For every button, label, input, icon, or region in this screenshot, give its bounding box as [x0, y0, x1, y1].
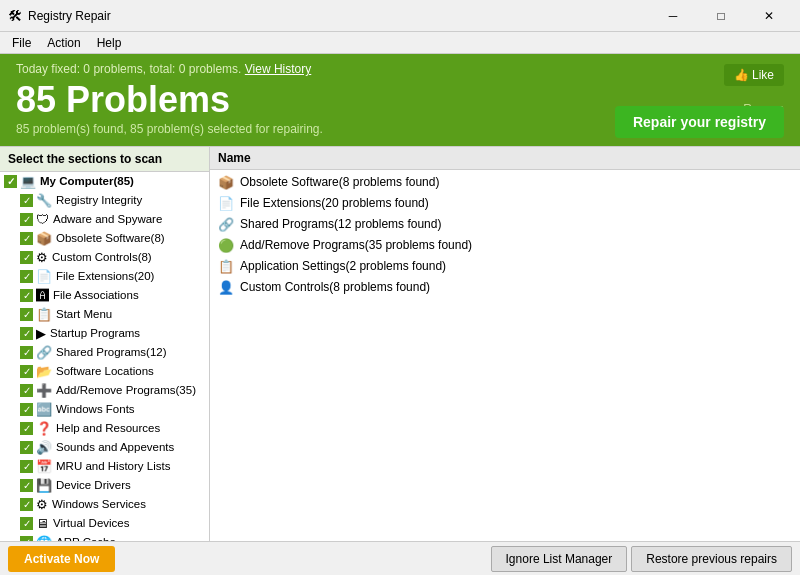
menu-bar: File Action Help [0, 32, 800, 54]
tree-item[interactable]: ✓📦Obsolete Software(8) [0, 229, 209, 248]
window-controls: ─ □ ✕ [650, 0, 792, 32]
tree-item[interactable]: ✓📄File Extensions(20) [0, 267, 209, 286]
tree-item[interactable]: ✓🖥Virtual Devices [0, 514, 209, 533]
tree-item-label: Windows Services [52, 498, 146, 510]
right-list-item[interactable]: 🟢Add/Remove Programs(35 problems found) [210, 235, 800, 256]
right-item-icon: 👤 [218, 280, 234, 295]
tree-checkbox[interactable]: ✓ [4, 175, 17, 188]
tree-checkbox[interactable]: ✓ [20, 422, 33, 435]
tree-checkbox[interactable]: ✓ [20, 498, 33, 511]
left-panel-header: Select the sections to scan [0, 147, 209, 172]
tree-item[interactable]: ✓▶Startup Programs [0, 324, 209, 343]
tree-item[interactable]: ✓🛡Adware and Spyware [0, 210, 209, 229]
tree-item-icon: 📅 [36, 459, 52, 474]
tree-item-label: Add/Remove Programs(35) [56, 384, 196, 396]
tree-item[interactable]: ✓📋Start Menu [0, 305, 209, 324]
menu-file[interactable]: File [4, 34, 39, 52]
tree-checkbox[interactable]: ✓ [20, 479, 33, 492]
restore-button[interactable]: Restore previous repairs [631, 546, 792, 572]
right-item-label: Obsolete Software(8 problems found) [240, 175, 439, 189]
tree-item[interactable]: ✓⚙Windows Services [0, 495, 209, 514]
tree-item-label: MRU and History Lists [56, 460, 170, 472]
main-content: Select the sections to scan ✓💻My Compute… [0, 146, 800, 541]
tree-item-icon: 📦 [36, 231, 52, 246]
header-banner: Today fixed: 0 problems, total: 0 proble… [0, 54, 800, 146]
tree-checkbox[interactable]: ✓ [20, 460, 33, 473]
tree-item-label: ARP Cache [56, 536, 116, 541]
tree-item[interactable]: ✓🔊Sounds and Appevents [0, 438, 209, 457]
menu-help[interactable]: Help [89, 34, 130, 52]
right-panel-header: Name [210, 147, 800, 170]
tree-item-icon: 🔊 [36, 440, 52, 455]
tree-checkbox[interactable]: ✓ [20, 270, 33, 283]
tree-item-icon: 🔧 [36, 193, 52, 208]
right-item-icon: 🔗 [218, 217, 234, 232]
tree-item[interactable]: ✓💾Device Drivers [0, 476, 209, 495]
tree-item[interactable]: ✓🔗Shared Programs(12) [0, 343, 209, 362]
app-title: Registry Repair [28, 9, 650, 23]
tree-item-label: Registry Integrity [56, 194, 142, 206]
tree-item-icon: 🅰 [36, 288, 49, 303]
tree-item[interactable]: ✓🔧Registry Integrity [0, 191, 209, 210]
tree-item-icon: 🌐 [36, 535, 52, 541]
view-history-link[interactable]: View History [245, 62, 311, 76]
tree-item-label: Shared Programs(12) [56, 346, 167, 358]
tree-item[interactable]: ✓🅰File Associations [0, 286, 209, 305]
right-item-icon: 📦 [218, 175, 234, 190]
right-list-item[interactable]: 👤Custom Controls(8 problems found) [210, 277, 800, 298]
tree-container[interactable]: ✓💻My Computer(85)✓🔧Registry Integrity✓🛡A… [0, 172, 209, 541]
ignore-list-button[interactable]: Ignore List Manager [491, 546, 628, 572]
tree-item-icon: ⚙ [36, 497, 48, 512]
maximize-button[interactable]: □ [698, 0, 744, 32]
tree-checkbox[interactable]: ✓ [20, 232, 33, 245]
tree-item[interactable]: ✓💻My Computer(85) [0, 172, 209, 191]
tree-checkbox[interactable]: ✓ [20, 403, 33, 416]
activate-button[interactable]: Activate Now [8, 546, 115, 572]
tree-item-icon: 🔤 [36, 402, 52, 417]
tree-item-label: File Extensions(20) [56, 270, 154, 282]
tree-checkbox[interactable]: ✓ [20, 308, 33, 321]
tree-checkbox[interactable]: ✓ [20, 213, 33, 226]
menu-action[interactable]: Action [39, 34, 88, 52]
right-item-icon: 📄 [218, 196, 234, 211]
tree-item-label: File Associations [53, 289, 139, 301]
tree-item-label: Custom Controls(8) [52, 251, 152, 263]
repair-button[interactable]: Repair your registry [615, 106, 784, 138]
tree-item-icon: ➕ [36, 383, 52, 398]
close-button[interactable]: ✕ [746, 0, 792, 32]
right-list-item[interactable]: 📄File Extensions(20 problems found) [210, 193, 800, 214]
tree-checkbox[interactable]: ✓ [20, 346, 33, 359]
tree-item-icon: 📋 [36, 307, 52, 322]
tree-item-icon: 💻 [20, 174, 36, 189]
tree-checkbox[interactable]: ✓ [20, 384, 33, 397]
tree-checkbox[interactable]: ✓ [20, 517, 33, 530]
tree-item[interactable]: ✓🌐ARP Cache [0, 533, 209, 541]
tree-item-label: Virtual Devices [53, 517, 130, 529]
tree-checkbox[interactable]: ✓ [20, 441, 33, 454]
tree-item[interactable]: ✓➕Add/Remove Programs(35) [0, 381, 209, 400]
tree-item-label: My Computer(85) [40, 175, 134, 187]
tree-item-label: Help and Resources [56, 422, 160, 434]
tree-checkbox[interactable]: ✓ [20, 327, 33, 340]
tree-item[interactable]: ✓📂Software Locations [0, 362, 209, 381]
right-list-item[interactable]: 📋Application Settings(2 problems found) [210, 256, 800, 277]
right-panel: Name 📦Obsolete Software(8 problems found… [210, 147, 800, 541]
tree-item[interactable]: ✓⚙Custom Controls(8) [0, 248, 209, 267]
bottom-right-buttons: Ignore List Manager Restore previous rep… [491, 546, 792, 572]
tree-checkbox[interactable]: ✓ [20, 365, 33, 378]
like-button[interactable]: 👍 Like [724, 64, 784, 86]
right-list-item[interactable]: 🔗Shared Programs(12 problems found) [210, 214, 800, 235]
tree-item-label: Adware and Spyware [53, 213, 162, 225]
tree-item-icon: ❓ [36, 421, 52, 436]
tree-item-icon: 📂 [36, 364, 52, 379]
tree-checkbox[interactable]: ✓ [20, 289, 33, 302]
tree-checkbox[interactable]: ✓ [20, 536, 33, 541]
tree-checkbox[interactable]: ✓ [20, 251, 33, 264]
tree-item[interactable]: ✓📅MRU and History Lists [0, 457, 209, 476]
right-list-item[interactable]: 📦Obsolete Software(8 problems found) [210, 172, 800, 193]
minimize-button[interactable]: ─ [650, 0, 696, 32]
tree-item[interactable]: ✓🔤Windows Fonts [0, 400, 209, 419]
right-item-icon: 📋 [218, 259, 234, 274]
tree-item[interactable]: ✓❓Help and Resources [0, 419, 209, 438]
tree-checkbox[interactable]: ✓ [20, 194, 33, 207]
